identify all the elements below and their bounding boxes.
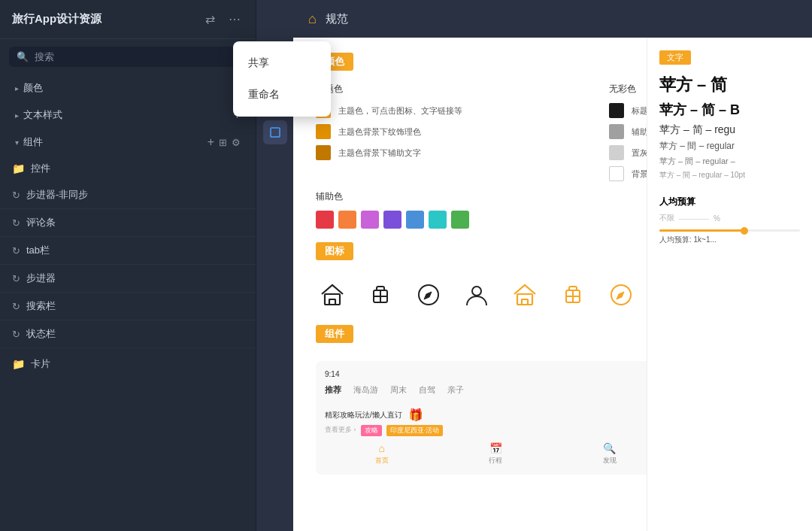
dropdown-item-rename[interactable]: 重命名 [233,79,331,111]
budget-slider-thumb[interactable] [741,227,748,235]
icon-compass [412,278,445,311]
budget-input-row: 不限 % [659,213,800,223]
right-text-panel: 文字 苹方 – 简 苹方 – 简 – B 苹方 – 简 – regu 苹方 – … [647,38,812,531]
swatch-gray [609,124,624,139]
sidebar-item-colors[interactable]: ▸ 颜色 [3,75,253,101]
more-icon[interactable]: ⋯ [226,11,244,28]
component-label: 评论条 [26,216,56,229]
font-sample-bold: 苹方 – 简 – B [659,101,800,119]
bottom-home-label: 首页 [375,456,389,466]
icon-home-yellow [508,278,541,311]
component-item-review[interactable]: ↻ 评论条 [0,209,256,237]
component-label: 步进器-非同步 [26,188,88,202]
theme-color-title: 主题色 [316,83,601,96]
dropdown-item-share[interactable]: 共享 [233,47,331,79]
color-entry-3: 主题色背景下辅助文字 [316,145,601,160]
icon-luggage-yellow [556,278,589,311]
aux-swatch-cyan [429,211,447,229]
component-item-statusbar[interactable]: ↻ 状态栏 [0,320,256,348]
color-entry-1: 主题色，可点击图标、文字链接等 [316,103,601,118]
section-label-components: 组件 [23,135,203,149]
folder-cards[interactable]: 📁 卡片 [0,351,256,377]
font-sample-sm: 苹方 – 間 – regular – 10pt [659,170,800,181]
svg-point-10 [472,287,481,296]
folder-controls[interactable]: 📁 控件 [0,156,256,181]
tag-strategy: 攻略 [361,425,382,436]
swatch-white [609,166,624,181]
card-text: 精彩攻略玩法/懒人直订 [325,410,402,420]
folder-label-controls: 控件 [31,162,50,175]
bottom-itinerary-icon: 📅 [489,442,502,454]
budget-slider-fill [659,229,744,232]
sidebar-item-components[interactable]: ▾ 组件 + ⊞ ⚙ [3,129,253,155]
chevron-down-icon: ▾ [15,138,19,147]
sidebar: 旅行App设计资源 ⇄ ⋯ 🔍 ▸ 颜色 ▸ 文本样式 + ▾ 组件 + ⊞ ⚙… [0,0,256,531]
dropdown-menu: 共享 重命名 [233,41,331,117]
nav-tabs: 推荐 海岛游 周末 自驾 亲子 [325,384,464,396]
tab-island[interactable]: 海岛游 [353,384,378,396]
color-label-bg-aux: 主题色背景下辅助文字 [338,147,421,159]
tab-weekend[interactable]: 周末 [390,384,407,396]
budget-slider-container [659,229,800,232]
aux-swatch-indigo [383,211,401,229]
chevron-right-icon: ▸ [15,84,19,93]
transfer-icon[interactable]: ⇄ [202,11,218,28]
budget-title: 人均预算 [659,196,800,208]
phone-time: 9:14 [325,370,339,378]
sidebar-item-text-styles[interactable]: ▸ 文本样式 + [3,102,253,128]
sidebar-header: 旅行App设计资源 ⇄ ⋯ [0,0,256,39]
add-component-icon[interactable]: + [208,135,214,149]
search-bar[interactable]: 🔍 [9,47,247,67]
component-label: 步进器 [26,272,56,285]
font-sample-large: 苹方 – 简 [659,74,800,96]
tab-recommend[interactable]: 推荐 [325,384,341,396]
search-input[interactable] [35,51,239,62]
text-section-label: 文字 [659,50,691,65]
aux-swatch-blue [406,211,424,229]
bottom-home-icon: ⌂ [379,442,385,454]
tag-promo: 印度尼西亚·活动 [386,425,444,436]
component-item-tabs[interactable]: ↻ tab栏 [0,237,256,265]
budget-percent-symbol: % [714,214,720,223]
sync-icon: ↻ [12,245,20,256]
home-icon: ⌂ [308,11,317,27]
sync-icon: ↻ [12,301,20,312]
component-item-stepper[interactable]: ↻ 步进器 [0,265,256,293]
top-bar: ⌂ 规范 [293,0,812,38]
aux-swatch-orange [338,211,356,229]
component-label: 状态栏 [26,327,56,341]
folder-icon: 📁 [12,358,25,370]
sync-icon: ↻ [12,273,20,284]
bottom-nav-itinerary[interactable]: 📅 行程 [489,442,502,466]
budget-value-label: 人均预算: 1k~1... [659,235,800,245]
page-title: 规范 [326,12,348,26]
tab-drive[interactable]: 自驾 [419,384,435,396]
aux-swatch-green [451,211,469,229]
sync-icon: ↻ [12,217,20,229]
component-actions: + ⊞ ⚙ [208,135,241,149]
settings-component-icon[interactable]: ⚙ [232,137,241,148]
svg-rect-3 [271,128,280,137]
budget-slider[interactable] [659,229,800,232]
icon-luggage [364,278,397,311]
theme-color-col: 主题色 主题色，可点击图标、文字链接等 主题色背景下纹饰理色 主题色背景下辅助文… [316,83,609,181]
bottom-nav-home[interactable]: ⌂ 首页 [375,442,389,466]
component-item-searchbar[interactable]: ↻ 搜索栏 [0,293,256,320]
budget-percent-input[interactable] [679,217,709,220]
color-entry-2: 主题色背景下纹饰理色 [316,124,601,139]
bottom-discover-label: 发现 [603,456,617,466]
tab-family[interactable]: 亲子 [447,384,464,396]
color-swatch-bg-pattern [316,124,331,139]
component-item-stepper-async[interactable]: ↻ 步进器-非同步 [0,181,256,209]
swatch-light-gray [609,145,624,160]
main-area: ⌂ 规范 颜色 主题色 主题色，可点击图标、文字链接等 主题色背景下纹饰理色 [293,0,812,531]
bottom-nav-discover[interactable]: 🔍 发现 [603,442,617,466]
font-sample-reg2: 苹方 – 間 – regular [659,140,800,153]
tool-frame-icon[interactable] [263,120,287,144]
color-swatch-bg-aux [316,145,331,160]
bottom-itinerary-label: 行程 [489,456,502,466]
color-label-bg-pattern: 主题色背景下纹饰理色 [338,126,421,138]
see-more-tag: 查看更多 › [325,425,356,436]
import-component-icon[interactable]: ⊞ [219,137,227,148]
section-label-text: 文本样式 [23,108,229,122]
